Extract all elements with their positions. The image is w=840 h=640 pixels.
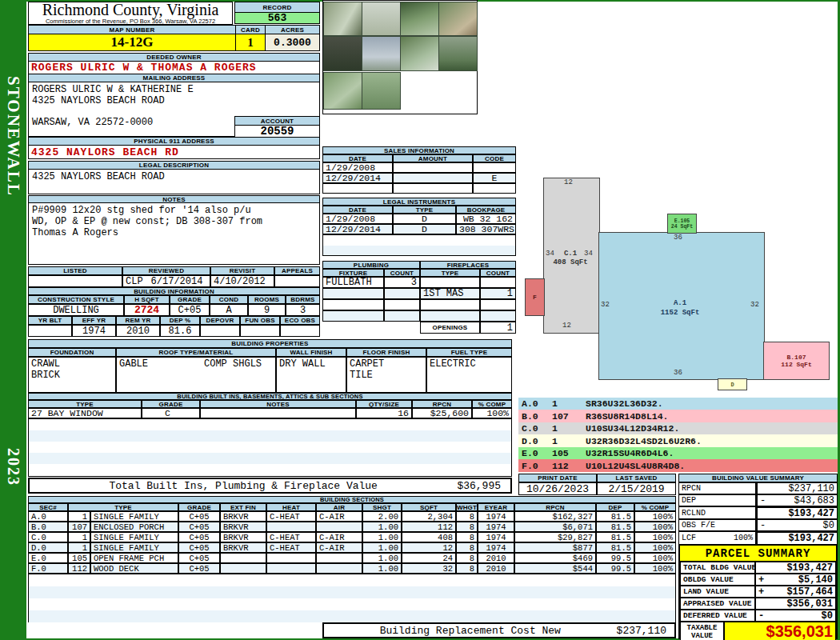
notes-block: P#9909 12x20 stg shed for '14 also p/u W… [28,202,320,265]
property-photo[interactable] [400,36,439,71]
foundation-value: CRAWL BRICK [28,357,116,393]
bs-sec: F.0 [28,563,68,574]
bs-eyear: 2010 [478,553,514,563]
sketch-c-dim-top: 12 [564,178,573,186]
building-properties-value-row: CRAWL BRICK GABLE COMP SHGLS DRY WALL CA… [28,357,512,393]
sketch-code-row: A.0 1 SR36U32L36D32. [518,398,838,410]
listed-value [28,275,122,287]
bs-eyear-label: EYEAR [478,503,514,511]
bs-shgt: 1.00 [362,542,402,553]
floor-finish-label: FLOOR FINISH [346,348,426,357]
taxable-value: $356,031 [724,622,836,640]
hsqft-value: 2724 [124,304,170,316]
reviewed-value: CLP6/17/2014 [122,275,210,287]
county-title: Richmond County, Virginia [29,2,232,18]
sketch-shape-e105: E.105 24 SqFt [667,214,697,234]
funobs-label: FUN OBS [240,316,280,325]
bs-air [316,563,362,574]
bs-comp-label: % COMP [634,503,676,511]
notes-line: Thomas A Rogers [32,227,316,238]
fuel-type-value: ELECTRIC [426,357,512,393]
sketch-a-dim-top: 36 [674,234,682,242]
bs-shgt: 1.00 [362,563,402,574]
parcel-op: + [758,574,767,586]
plumbing-row [322,310,516,322]
bs-sec: A.0 [28,511,68,522]
property-photo[interactable] [438,2,478,36]
sketch-shape-b107: B.107 112 SqFt [763,342,830,380]
bs-extfin: BRKVR [220,532,266,542]
print-date-value: 10/26/2023 [518,482,597,495]
sketch-shape-d: D [718,378,747,390]
revisit-label: REVISIT [210,266,274,275]
bs-type: OPEN FRAME PCH [90,553,178,563]
record-value: 563 [234,12,320,24]
property-photo[interactable] [362,2,401,36]
sketch-code-list: A.0 1 SR36U32L36D32. B.0 107 R36SU8R14D8… [518,398,838,472]
code-vector: U10SU34L12D34R12. [586,423,679,434]
bs-comp: 100% [634,522,676,532]
building-section-row: E.0105OPEN FRAME PCHC+051.002482010$4699… [28,553,676,563]
bs-rpcn: $6,071 [514,522,596,532]
built-ins-total-label: Total Built Ins, Plumbing & Fireplace Va… [30,480,457,492]
bs-sec: E.0 [28,553,68,563]
taxable-row: TAXABLE VALUE $356,031 [680,622,836,640]
bs-dep: 81.5 [596,532,634,542]
sketch-c-sqft: 408 SqFt [550,258,590,266]
property-photo[interactable] [323,36,362,71]
bs-num: 107 [68,522,90,532]
code-num: 112 [552,461,586,471]
parcel-summary-panel: PARCEL SUMMARY TOTAL BLDG VALUE $193,427… [678,544,838,639]
property-photo[interactable] [362,36,401,71]
plumbing-row [322,299,516,310]
bvs-lcf-pct: 100% [696,534,753,542]
property-photo[interactable] [438,36,478,71]
li-bookpage: WB 32 162 [456,214,516,224]
dep-label: DEP % [160,316,200,325]
building-info-value-row1: DWELLING 2724 C+05 A 9 3 [28,304,320,316]
bs-type: ENCLOSED PORCH [90,522,178,532]
code-num: 105 [552,448,586,458]
parcel-label: APPRAISED VALUE [680,598,755,610]
wall-finish-label: WALL FINISH [276,348,346,357]
mailing-line: 4325 NAYLORS BEACH ROAD [32,95,316,106]
bs-whgt: 8 [456,511,478,522]
effyr-label: EFF YR [72,316,116,325]
taxable-label-line: VALUE [691,632,713,640]
property-photo[interactable] [323,72,362,110]
fuel-type-label: FUEL TYPE [426,348,512,357]
sketch-c-dim-right: 34 [584,250,593,258]
li-date: 1/29/2008 [322,214,393,224]
bs-air-label: AIR [316,503,362,511]
account-value: 20559 [234,125,320,138]
property-photo[interactable] [323,2,362,36]
floor-finish-value: CARPET TILE [346,357,426,393]
appeals-value [274,275,320,287]
bs-heat: C-HEAT [266,511,316,522]
built-ins-rpcn-label: RPCN [412,400,472,408]
bs-sqft: 24 [402,553,456,563]
bvs-op: - [760,520,770,531]
built-ins-total-row: Total Built Ins, Plumbing & Fireplace Va… [28,478,512,494]
bdrms-label: BDRMS [286,295,320,304]
property-photo[interactable] [400,2,439,36]
bs-type: SINGLE FAMILY [90,532,178,542]
sketch-c-name: C.1 [556,250,585,258]
bs-sec: B.0 [28,522,68,532]
built-in-type: 27 BAY WINDOW [28,408,142,418]
building-section-row: B.0107ENCLOSED PORCHC+05BRKVR1.001128197… [28,522,676,532]
parcel-value: $356,031 [767,598,833,610]
bs-whgt-label: WHGT [456,503,478,511]
sketch-a-dim-right: 32 [750,301,759,309]
bvs-value: $0 [770,520,834,531]
bs-sqft: 12 [402,542,456,553]
built-ins-notes-label: NOTES [200,400,356,408]
li-date-label: DATE [322,206,393,214]
fixture-label: FIXTURE [322,269,384,277]
bs-grade: C+05 [178,542,220,553]
last-saved-label: LAST SAVED [597,474,676,482]
building-properties-title: BUILDING PROPERTIES [28,339,512,348]
roof-label: ROOF TYPE/MATERIAL [116,348,276,357]
bs-whgt: 8 [456,563,478,574]
property-photo[interactable] [362,72,401,110]
